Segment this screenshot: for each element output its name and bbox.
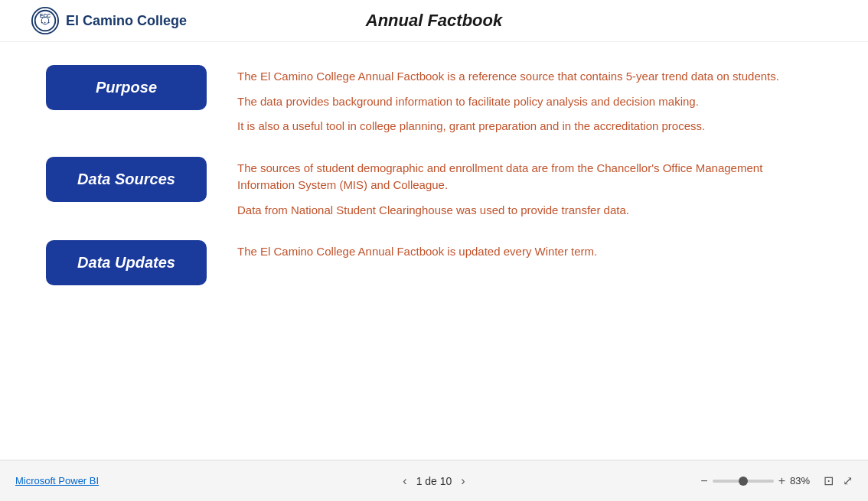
data-updates-section: Data Updates The El Camino College Annua…	[46, 240, 822, 285]
zoom-level: 83%	[790, 475, 814, 486]
purpose-label-button: Purpose	[46, 65, 207, 110]
purpose-section: Purpose The El Camino College Annual Fac…	[46, 65, 822, 135]
zoom-out-button[interactable]: −	[700, 474, 707, 488]
data-sources-label-button: Data Sources	[46, 157, 207, 202]
purpose-text: The El Camino College Annual Factbook is…	[237, 65, 822, 135]
data-updates-label-button: Data Updates	[46, 240, 207, 285]
data-sources-para-1: The sources of student demographic and e…	[237, 160, 822, 194]
college-logo-icon: ECC ✦ ✦ ✦	[31, 6, 60, 35]
page-indicator: 1 de 10	[416, 475, 452, 487]
logo-text: El Camino College	[66, 13, 187, 29]
purpose-para-1: The El Camino College Annual Factbook is…	[237, 68, 822, 86]
data-sources-para-2: Data from National Student Clearinghouse…	[237, 202, 822, 220]
fit-page-icon[interactable]: ⊡	[824, 473, 834, 488]
data-sources-text: The sources of student demographic and e…	[237, 157, 822, 220]
header: ECC ✦ ✦ ✦ El Camino College Annual Factb…	[0, 0, 868, 42]
zoom-controls: − + 83%	[700, 474, 814, 488]
svg-text:ECC: ECC	[40, 13, 51, 18]
page-title: Annual Factbook	[366, 11, 502, 31]
power-bi-link[interactable]: Microsoft Power BI	[15, 475, 99, 486]
data-updates-para-1: The El Camino College Annual Factbook is…	[237, 243, 822, 261]
zoom-thumb	[739, 477, 748, 486]
footer-right: − + 83% ⊡ ⤢	[700, 473, 853, 488]
data-updates-text: The El Camino College Annual Factbook is…	[237, 240, 822, 261]
zoom-slider[interactable]	[713, 480, 774, 483]
footer: Microsoft Power BI ‹ 1 de 10 › − + 83% ⊡…	[0, 460, 868, 501]
zoom-in-button[interactable]: +	[778, 474, 785, 488]
footer-pagination: ‹ 1 de 10 ›	[403, 474, 465, 488]
footer-left: Microsoft Power BI	[15, 475, 99, 486]
purpose-para-2: The data provides background information…	[237, 93, 822, 111]
data-sources-section: Data Sources The sources of student demo…	[46, 157, 822, 220]
purpose-para-3: It is also a useful tool in college plan…	[237, 118, 822, 135]
main-content: Purpose The El Camino College Annual Fac…	[0, 42, 868, 460]
logo-area: ECC ✦ ✦ ✦ El Camino College	[31, 6, 187, 35]
next-page-button[interactable]: ›	[461, 474, 465, 488]
fullscreen-icon[interactable]: ⤢	[843, 473, 853, 488]
prev-page-button[interactable]: ‹	[403, 474, 406, 488]
